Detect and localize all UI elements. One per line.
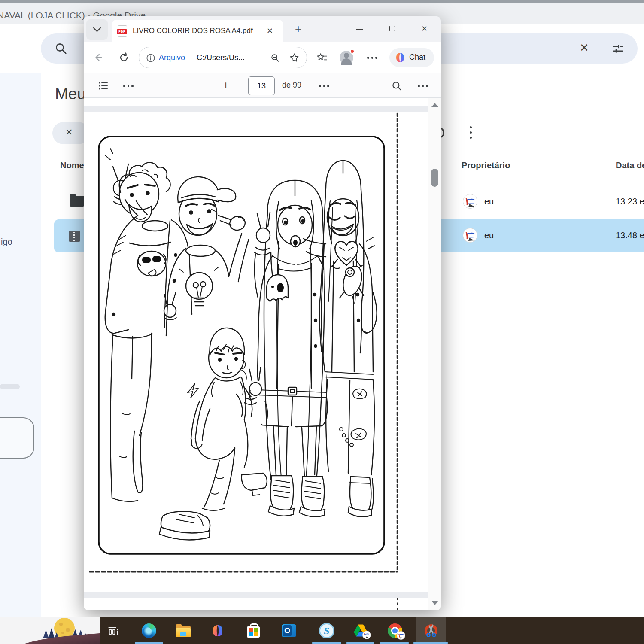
taskbar-outlook-icon[interactable] — [278, 617, 300, 644]
page-top-margin — [84, 106, 428, 112]
zoom-in-button[interactable]: + — [223, 79, 229, 91]
search-icon — [55, 42, 67, 55]
windows-taskbar: S — [0, 617, 644, 644]
tab-list-button[interactable] — [86, 19, 108, 40]
new-tab-button[interactable]: + — [295, 22, 301, 36]
table-of-contents-icon[interactable] — [98, 81, 109, 91]
pdf-menu-icon[interactable] — [418, 85, 428, 87]
buy-storage-button-fragment[interactable] — [0, 417, 34, 459]
taskbar-chrome-icon[interactable] — [384, 617, 406, 644]
window-close-button[interactable]: ✕ — [415, 16, 435, 41]
address-bar[interactable]: Arquivo C:/Users/Us... — [139, 47, 307, 68]
refresh-icon[interactable] — [119, 52, 129, 63]
page-number-input[interactable] — [248, 76, 275, 95]
settings-more-icon[interactable] — [367, 57, 377, 59]
more-actions-kebab-icon[interactable] — [470, 126, 472, 143]
modified-time: 13:23 eu — [616, 197, 644, 207]
info-icon[interactable] — [146, 53, 155, 63]
search-clear-icon[interactable]: ✕ — [580, 41, 589, 55]
taskbar-google-drive-icon[interactable] — [350, 617, 371, 644]
modified-time: 13:48 eu — [616, 231, 644, 240]
scissors-pdf-app-icon — [423, 623, 439, 638]
vertical-scrollbar[interactable] — [428, 98, 441, 610]
column-header-name[interactable]: Nome — [60, 161, 84, 170]
chip-close-icon[interactable]: ✕ — [65, 127, 73, 137]
chrome-account-badge — [397, 631, 405, 640]
page-separator — [84, 592, 428, 598]
folder-icon — [70, 196, 84, 207]
scroll-down-arrow-icon[interactable] — [431, 601, 438, 605]
column-header-owner[interactable]: Proprietário — [462, 161, 510, 170]
running-indicator-scissors — [413, 642, 448, 644]
address-scheme-label: Arquivo — [159, 53, 185, 62]
profile-notification-dot — [350, 49, 355, 54]
address-path: C:/Users/Us... — [197, 53, 245, 62]
pdf-toolbar: − + de 99 — [84, 73, 441, 98]
next-page-top — [84, 598, 428, 610]
drive-account-badge — [362, 631, 371, 639]
browser-toolbar: Arquivo C:/Users/Us... Chat — [84, 42, 441, 73]
owner-avatar — [463, 228, 477, 243]
zip-file-icon — [69, 231, 80, 242]
pdf-more-tools-icon[interactable] — [123, 85, 134, 87]
owner-name: eu — [484, 231, 494, 240]
taskbar-copilot-icon[interactable] — [207, 617, 228, 644]
drive-sidebar: igo — [0, 73, 41, 617]
running-indicator-chrome — [380, 642, 409, 644]
favorites-bar-icon[interactable] — [316, 52, 328, 64]
tab-active[interactable]: PDF LIVRO COLORIR DOS ROSA A4.pdf ✕ — [112, 20, 283, 42]
tab-strip: PDF LIVRO COLORIR DOS ROSA A4.pdf ✕ + ✕ — [84, 16, 441, 42]
tab-title: LIVRO COLORIR DOS ROSA A4.pdf — [133, 27, 261, 35]
owner-avatar — [463, 194, 477, 209]
coloring-page-artwork — [87, 112, 426, 592]
scrollbar-thumb[interactable] — [431, 169, 438, 187]
owner-name: eu — [484, 197, 494, 207]
chat-button-label: Chat — [409, 53, 425, 62]
moon-night-icon — [0, 617, 100, 644]
pdf-file-icon: PDF — [118, 25, 127, 37]
running-indicator-edge — [135, 642, 163, 644]
running-indicator-drive — [346, 642, 374, 644]
favorite-star-icon[interactable] — [289, 53, 299, 63]
zoom-out-page-icon[interactable] — [270, 53, 280, 63]
tab-close-icon[interactable]: ✕ — [267, 26, 273, 36]
sidebar-item-shared-with-me[interactable]: igo — [1, 237, 12, 247]
taskbar-file-explorer-icon[interactable] — [173, 617, 194, 644]
column-header-modified[interactable]: Data de modificação — [616, 161, 644, 170]
scroll-up-arrow-icon[interactable] — [431, 103, 438, 107]
back-icon[interactable] — [93, 53, 103, 62]
pdf-viewer-window: PDF LIVRO COLORIR DOS ROSA A4.pdf ✕ + ✕ … — [84, 16, 441, 610]
running-indicator-s-pdf — [312, 642, 341, 644]
zoom-out-button[interactable]: − — [198, 79, 204, 91]
taskbar-edge-icon[interactable] — [138, 617, 160, 644]
toolbar-separator — [243, 79, 243, 92]
find-in-document-icon[interactable] — [391, 80, 402, 91]
taskbar-s-pdf-icon[interactable]: S — [316, 617, 337, 644]
chevron-down-icon — [93, 26, 101, 33]
window-maximize-button[interactable] — [383, 16, 402, 41]
page-more-icon[interactable] — [319, 85, 329, 87]
copilot-chat-button[interactable]: Chat — [389, 48, 434, 67]
search-options-icon[interactable] — [612, 43, 624, 55]
page-total-label: de 99 — [282, 81, 301, 90]
window-minimize-button[interactable] — [350, 16, 370, 41]
taskbar-pdf-scissors-selected[interactable] — [416, 617, 446, 644]
widgets-weather-button[interactable] — [0, 617, 100, 644]
task-view-button[interactable] — [102, 617, 124, 644]
copilot-icon — [395, 52, 406, 63]
pdf-document-view[interactable] — [84, 98, 441, 610]
storage-progress-fragment — [0, 384, 20, 389]
taskbar-store-icon[interactable] — [243, 617, 264, 644]
